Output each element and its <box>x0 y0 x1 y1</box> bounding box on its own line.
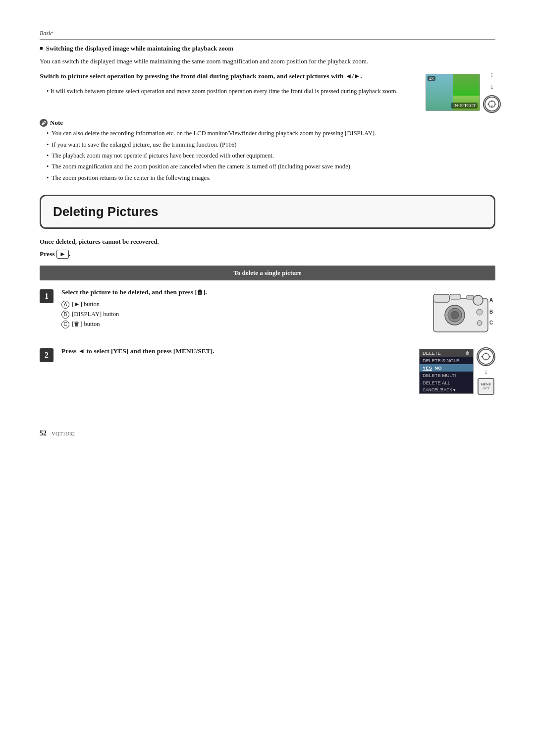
deleting-pictures-box: Deleting Pictures <box>40 195 495 229</box>
photo-dial-container: 2x IN-EFFECT ⁝ ↓ ▲ <box>431 71 495 113</box>
page-footer: 52 VQT1U32 <box>40 425 495 437</box>
step-1-sub: A [►] button B [DISPLAY] button C [🗑] bu… <box>61 299 423 329</box>
step-2-number: 2 <box>40 348 54 362</box>
dial-set-icon: ▲ ▼ ◄ ► <box>477 347 495 366</box>
notes-list: You can also delete the recording inform… <box>40 129 495 183</box>
step-1-sub-b: B [DISPLAY] button <box>61 309 423 319</box>
bold-instruction: Switch to picture select operation by pr… <box>40 71 421 82</box>
svg-rect-12 <box>467 295 474 299</box>
page-number: 52 <box>40 430 47 437</box>
step2-images-row: DELETE 🗑 DELETE SINGLE YES NO DELETE MUL… <box>419 347 495 395</box>
svg-text:▲: ▲ <box>484 351 488 355</box>
menu-header-label: DELETE <box>423 350 441 356</box>
section-label: Basic <box>40 30 495 37</box>
note-section: 🖊 Note You can also delete the recording… <box>40 119 495 183</box>
menu-item-1: DELETE SINGLE <box>420 357 473 364</box>
press-instruction: Press ►. <box>40 250 495 259</box>
page: Basic Switching the displayed image whil… <box>0 0 535 756</box>
bullet-note-intro: • It will switch between picture select … <box>47 87 421 96</box>
camera-svg-wrapper: A B C <box>431 288 495 337</box>
step-1-image: A B C <box>431 288 495 337</box>
svg-text:C: C <box>489 320 493 325</box>
step-1-sub-c: C [🗑] button <box>61 319 423 329</box>
top-body-text: You can switch the displayed image while… <box>40 56 495 66</box>
svg-text:►: ► <box>494 102 497 106</box>
photo-thumb: 2x IN-EFFECT <box>426 74 480 111</box>
dark-bar: To delete a single picture <box>40 266 495 280</box>
svg-text:◄: ◄ <box>480 355 483 358</box>
menu-item-cancel: CANCEL/BACK▼ <box>420 386 473 393</box>
menu-header-icon: 🗑 <box>465 350 470 356</box>
svg-text:▼: ▼ <box>490 105 494 108</box>
step-2-title: Press ◄ to select [YES] and then press [… <box>61 347 411 355</box>
step-1-sub-a: A [►] button <box>61 299 423 309</box>
step-2-image: DELETE 🗑 DELETE SINGLE YES NO DELETE MUL… <box>419 347 495 395</box>
note-item-2: If you want to save the enlarged picture… <box>47 140 495 150</box>
dial-circle-icon: ▲ ▼ ◄ ► <box>483 95 501 113</box>
down-arrow-icon: ↓ <box>490 83 494 91</box>
step-2-row: 2 Press ◄ to select [YES] and then press… <box>40 347 495 395</box>
note-item-1: You can also delete the recording inform… <box>47 129 495 138</box>
note-icon: 🖊 <box>40 119 48 127</box>
bold-instruction-row: Switch to picture select operation by pr… <box>40 71 495 113</box>
menu-item-2: DELETE MULTI <box>420 372 473 379</box>
camera-body-svg: A B C <box>431 288 495 335</box>
deleting-pictures-title: Deleting Pictures <box>53 204 482 219</box>
svg-point-10 <box>451 311 459 319</box>
svg-point-15 <box>477 321 482 325</box>
down-arrow-icon2: ↓ <box>484 368 488 376</box>
svg-text:▼: ▼ <box>484 358 488 361</box>
menu-item-yes-no: YES NO <box>420 364 473 372</box>
svg-rect-7 <box>433 294 449 302</box>
warning-text: Once deleted, pictures cannot be recover… <box>40 238 495 246</box>
svg-point-14 <box>477 309 482 315</box>
menu-item-3: DELETE ALL <box>420 379 473 386</box>
step-1-row: 1 Select the picture to be deleted, and … <box>40 288 495 337</box>
note-title: 🖊 Note <box>40 119 495 127</box>
menu-set-button: MENU /SET <box>478 378 494 395</box>
note-bullet: • It will switch between picture select … <box>40 87 421 96</box>
svg-text:►: ► <box>488 355 492 358</box>
menu-header: DELETE 🗑 <box>420 349 473 357</box>
dial-icons: ⁝ ↓ ▲ ▼ ◄ ► <box>483 71 501 113</box>
circle-c: C <box>61 321 69 328</box>
svg-point-13 <box>473 295 483 305</box>
note-item-3: The playback zoom may not operate if pic… <box>47 151 495 161</box>
circle-a: A <box>61 301 69 309</box>
note-item-4: The zoom magnification and the zoom posi… <box>47 162 495 171</box>
menu-yes: YES <box>423 365 432 371</box>
svg-text:A: A <box>489 297 493 303</box>
step-1-number: 1 <box>40 289 54 303</box>
bold-instruction-text: Switch to picture select operation by pr… <box>40 71 421 101</box>
top-divider <box>40 39 495 40</box>
photo-overlay: IN-EFFECT <box>451 103 478 108</box>
menu-set-dial: ▲ ▼ ◄ ► ↓ MENU /SET <box>477 347 495 395</box>
dots-down-icon: ⁝ <box>491 71 493 79</box>
svg-rect-11 <box>450 294 461 299</box>
step-1-title: Select the picture to be deleted, and th… <box>61 288 423 296</box>
svg-text:▲: ▲ <box>490 99 494 103</box>
delete-menu: DELETE 🗑 DELETE SINGLE YES NO DELETE MUL… <box>419 349 474 394</box>
switching-heading: Switching the displayed image while main… <box>40 45 495 53</box>
menu-label: MENU <box>481 382 491 386</box>
step-2-content: Press ◄ to select [YES] and then press [… <box>61 347 411 358</box>
playback-button: ► <box>56 250 69 259</box>
svg-text:B: B <box>489 309 493 315</box>
set-label: /SET <box>482 386 489 390</box>
note-item-5: The zoom position returns to the center … <box>47 173 495 183</box>
page-code: VQT1U32 <box>52 431 75 436</box>
svg-text:◄: ◄ <box>486 102 490 106</box>
circle-b: B <box>61 311 69 319</box>
step-1-content: Select the picture to be deleted, and th… <box>61 288 423 329</box>
